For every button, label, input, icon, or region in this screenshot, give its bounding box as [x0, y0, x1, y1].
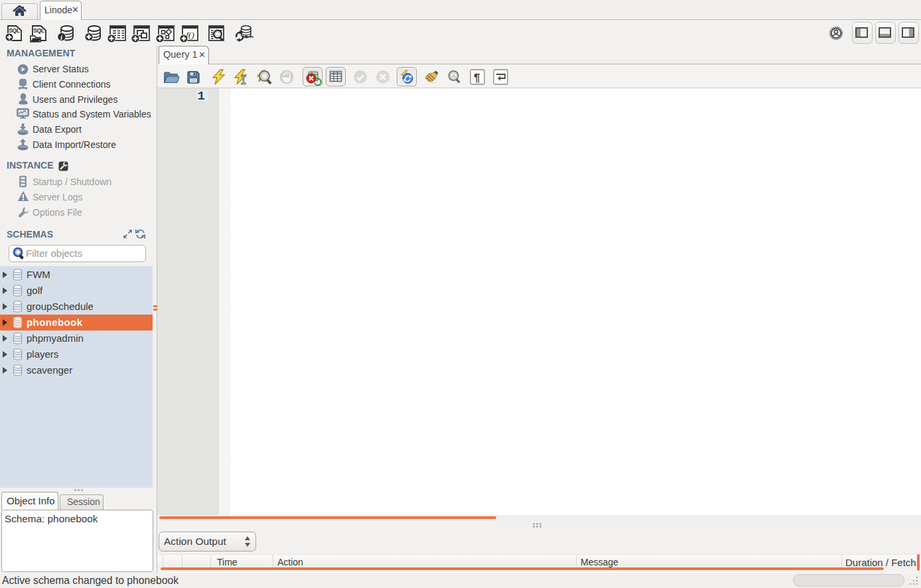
svg-text:A: A: [452, 73, 456, 79]
svg-text:¶: ¶: [474, 72, 480, 84]
